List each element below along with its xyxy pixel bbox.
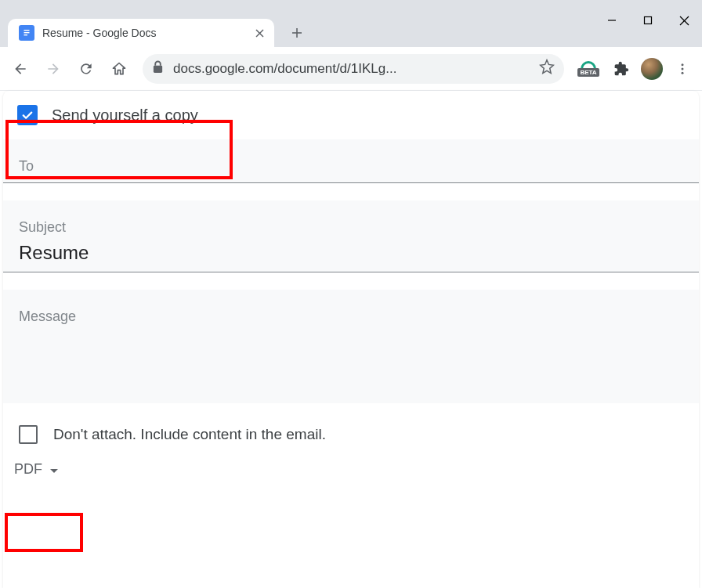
- home-button[interactable]: [103, 53, 135, 85]
- svg-rect-6: [24, 32, 30, 33]
- svg-point-15: [682, 71, 684, 74]
- send-copy-label: Send yourself a copy: [52, 106, 198, 124]
- message-label: Message: [19, 308, 683, 325]
- new-tab-button[interactable]: [285, 21, 309, 45]
- subject-label: Subject: [19, 219, 683, 236]
- svg-rect-12: [154, 65, 162, 72]
- message-field[interactable]: Message: [3, 290, 699, 403]
- format-dropdown[interactable]: PDF: [3, 449, 69, 490]
- send-copy-checkbox[interactable]: [17, 105, 38, 125]
- extensions-icon[interactable]: [606, 54, 636, 84]
- lock-icon: [152, 60, 164, 78]
- subject-field[interactable]: Subject Resume: [3, 200, 699, 272]
- chevron-down-icon: [50, 463, 58, 477]
- close-window-button[interactable]: [666, 6, 702, 34]
- to-label: To: [19, 158, 683, 175]
- subject-value: Resume: [19, 242, 683, 264]
- back-button[interactable]: [5, 53, 36, 85]
- chrome-menu-icon[interactable]: [668, 54, 697, 84]
- close-tab-icon[interactable]: [252, 26, 266, 40]
- reload-button[interactable]: [71, 53, 102, 85]
- docs-favicon-icon: [19, 25, 34, 41]
- maximize-button[interactable]: [630, 6, 666, 34]
- minimize-button[interactable]: [594, 6, 630, 34]
- svg-point-14: [682, 67, 684, 70]
- url-text: docs.google.com/document/d/1IKLg...: [173, 61, 530, 77]
- format-label: PDF: [14, 461, 42, 478]
- browser-tab[interactable]: Resume - Google Docs: [8, 19, 274, 47]
- svg-point-13: [682, 63, 684, 66]
- dont-attach-checkbox[interactable]: [19, 425, 38, 444]
- forward-button[interactable]: [38, 53, 69, 85]
- svg-rect-7: [24, 34, 28, 35]
- tab-title: Resume - Google Docs: [42, 27, 244, 39]
- to-field[interactable]: To: [3, 139, 699, 183]
- browser-toolbar: docs.google.com/document/d/1IKLg... BETA: [0, 47, 702, 91]
- profile-avatar[interactable]: [641, 58, 663, 80]
- address-bar[interactable]: docs.google.com/document/d/1IKLg...: [143, 54, 564, 84]
- window-controls: [594, 6, 702, 34]
- email-dialog: Send yourself a copy To Subject Resume M…: [3, 91, 699, 588]
- dont-attach-label: Don't attach. Include content in the ema…: [53, 426, 326, 443]
- svg-rect-5: [24, 30, 30, 31]
- svg-rect-1: [645, 17, 652, 24]
- beta-extension-icon[interactable]: BETA: [574, 54, 603, 84]
- bookmark-star-icon[interactable]: [539, 59, 555, 78]
